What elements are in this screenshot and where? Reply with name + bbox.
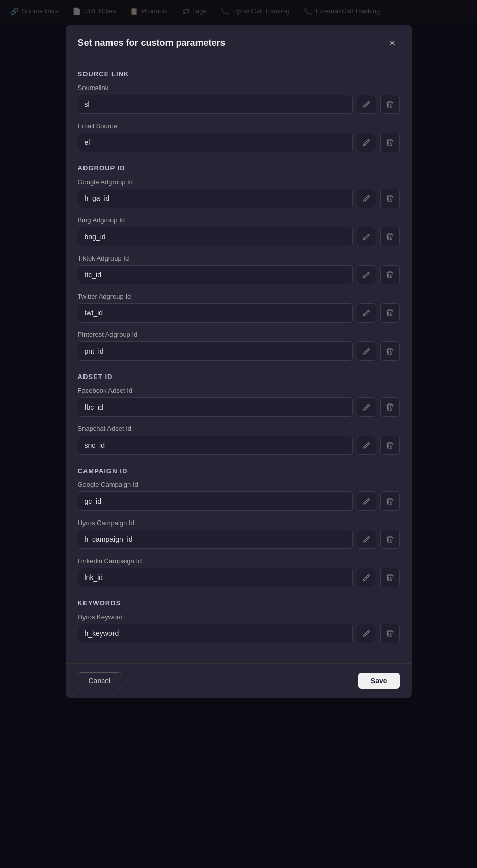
edit-button-bing-adgroup-id[interactable] [357,227,376,246]
edit-button-hyros-campaign-id[interactable] [357,530,376,549]
trash-icon [386,100,394,108]
field-label-bing-adgroup-id: Bing Adgroup Id [78,216,400,224]
delete-button-tiktok-adgroup-id[interactable] [380,265,400,284]
input-hyros-campaign-id[interactable] [78,530,353,549]
input-linkedin-campaign-id[interactable] [78,568,353,587]
save-button[interactable]: Save [358,673,400,689]
field-group-hyros-campaign-id: Hyros Campaign Id [78,519,400,549]
trash-icon [386,441,394,449]
input-google-adgroup-id[interactable] [78,189,353,208]
section-campaign-id: CAMPAIGN IDGoogle Campaign Id Hyros Camp… [78,467,400,587]
edit-icon [362,233,371,241]
field-label-email-source: Email Source [78,122,400,130]
field-row-tiktok-adgroup-id [78,265,400,284]
field-label-twitter-adgroup-id: Twitter Adgroup Id [78,293,400,300]
field-group-google-adgroup-id: Google Adgroup Id [78,178,400,208]
delete-button-hyros-campaign-id[interactable] [380,530,400,549]
field-group-google-campaign-id: Google Campaign Id [78,481,400,511]
edit-icon [362,347,371,355]
field-row-twitter-adgroup-id [78,303,400,323]
field-row-pinterest-adgroup-id [78,341,400,361]
trash-icon [386,271,394,279]
edit-icon [362,271,371,279]
trash-icon [386,497,394,505]
field-label-tiktok-adgroup-id: Tiktok Adgroup Id [78,254,400,262]
input-google-campaign-id[interactable] [78,491,353,511]
section-title-adset-id: ADSET ID [78,373,400,381]
field-group-facebook-adset-id: Facebook Adset Id [78,387,400,417]
field-group-hyros-keyword: Hyros Keyword [78,613,400,643]
modal-body: SOURCE LINKSourcelink Email Source ADGRO… [66,58,412,663]
input-pinterest-adgroup-id[interactable] [78,341,353,361]
trash-icon [386,347,394,355]
cancel-button[interactable]: Cancel [78,672,122,689]
field-label-hyros-campaign-id: Hyros Campaign Id [78,519,400,527]
field-group-pinterest-adgroup-id: Pinterest Adgroup Id [78,331,400,361]
edit-button-hyros-keyword[interactable] [357,624,376,643]
edit-button-google-campaign-id[interactable] [357,491,376,511]
field-row-facebook-adset-id [78,397,400,417]
edit-button-sourcelink[interactable] [357,95,376,114]
input-snapchat-adset-id[interactable] [78,436,353,455]
edit-button-snapchat-adset-id[interactable] [357,436,376,455]
edit-icon [362,535,371,543]
edit-button-tiktok-adgroup-id[interactable] [357,265,376,284]
close-button[interactable]: × [385,36,400,50]
edit-icon [362,629,371,638]
edit-button-google-adgroup-id[interactable] [357,189,376,208]
field-group-tiktok-adgroup-id: Tiktok Adgroup Id [78,254,400,284]
delete-button-sourcelink[interactable] [380,95,400,114]
edit-icon [362,194,371,202]
input-hyros-keyword[interactable] [78,624,353,643]
delete-button-bing-adgroup-id[interactable] [380,227,400,246]
trash-icon [386,629,394,638]
edit-button-email-source[interactable] [357,133,376,152]
delete-button-pinterest-adgroup-id[interactable] [380,341,400,361]
field-row-hyros-campaign-id [78,530,400,549]
edit-button-pinterest-adgroup-id[interactable] [357,341,376,361]
field-row-email-source [78,133,400,152]
delete-button-twitter-adgroup-id[interactable] [380,303,400,323]
field-row-sourcelink [78,95,400,114]
field-row-linkedin-campaign-id [78,568,400,587]
section-title-adgroup-id: ADGROUP ID [78,164,400,172]
field-label-snapchat-adset-id: Snapchat Adset Id [78,425,400,432]
delete-button-google-adgroup-id[interactable] [380,189,400,208]
edit-button-facebook-adset-id[interactable] [357,397,376,417]
delete-button-snapchat-adset-id[interactable] [380,436,400,455]
field-label-google-adgroup-id: Google Adgroup Id [78,178,400,186]
edit-icon [362,138,371,147]
trash-icon [386,535,394,543]
field-label-sourcelink: Sourcelink [78,84,400,92]
edit-button-twitter-adgroup-id[interactable] [357,303,376,323]
input-email-source[interactable] [78,133,353,152]
field-row-google-adgroup-id [78,189,400,208]
section-title-source-link: SOURCE LINK [78,70,400,78]
input-sourcelink[interactable] [78,95,353,114]
modal-title: Set names for custom parameters [78,38,226,48]
edit-icon [362,100,371,108]
edit-icon [362,403,371,411]
input-twitter-adgroup-id[interactable] [78,303,353,323]
custom-parameters-modal: Set names for custom parameters × SOURCE… [66,25,412,698]
delete-button-google-campaign-id[interactable] [380,491,400,511]
section-title-campaign-id: CAMPAIGN ID [78,467,400,475]
modal-header: Set names for custom parameters × [66,25,412,58]
input-facebook-adset-id[interactable] [78,397,353,417]
trash-icon [386,233,394,241]
delete-button-facebook-adset-id[interactable] [380,397,400,417]
delete-button-email-source[interactable] [380,133,400,152]
delete-button-linkedin-campaign-id[interactable] [380,568,400,587]
edit-button-linkedin-campaign-id[interactable] [357,568,376,587]
field-group-snapchat-adset-id: Snapchat Adset Id [78,425,400,455]
trash-icon [386,573,394,582]
input-bing-adgroup-id[interactable] [78,227,353,246]
field-row-hyros-keyword [78,624,400,643]
field-label-hyros-keyword: Hyros Keyword [78,613,400,621]
field-group-linkedin-campaign-id: Linkedin Campaign Id [78,557,400,587]
field-row-bing-adgroup-id [78,227,400,246]
edit-icon [362,441,371,449]
input-tiktok-adgroup-id[interactable] [78,265,353,284]
delete-button-hyros-keyword[interactable] [380,624,400,643]
field-group-bing-adgroup-id: Bing Adgroup Id [78,216,400,246]
